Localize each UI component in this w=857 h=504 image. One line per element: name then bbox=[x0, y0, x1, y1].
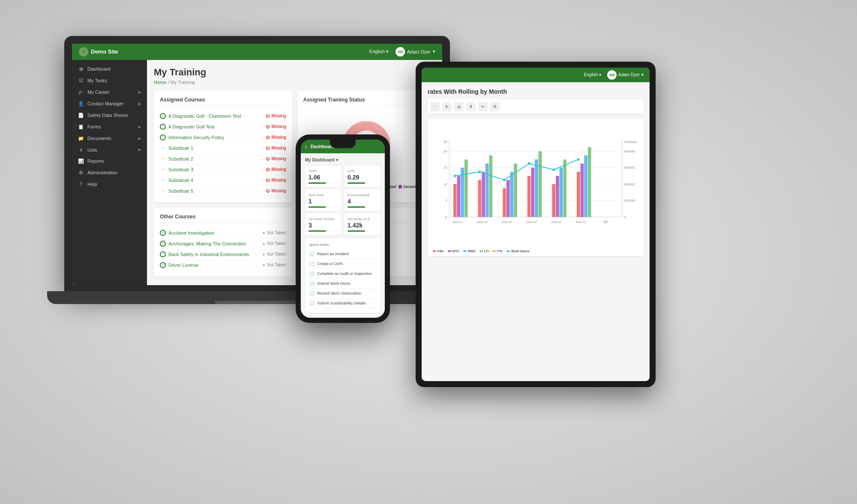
chevron-icon: ▶ bbox=[138, 125, 141, 129]
course-name[interactable]: Information Security Policy bbox=[168, 135, 263, 140]
stat-value: 1 bbox=[309, 198, 338, 205]
documents-icon: 📁 bbox=[78, 136, 84, 141]
sidebar-item-dashboard[interactable]: ⊞ Dashboard bbox=[72, 63, 147, 75]
phone-section-title[interactable]: My Dashboard ▾ bbox=[305, 158, 381, 162]
assigned-courses-title: Assigned Courses bbox=[160, 97, 286, 106]
svg-text:20: 20 bbox=[443, 149, 447, 153]
course-name[interactable]: Substitute 2 bbox=[168, 156, 263, 161]
tablet-toolbar: ↑ ↻ 🖨 ⬇ ✏ ⚙ bbox=[428, 99, 644, 114]
user-menu[interactable]: AD Adam Dyer ▾ bbox=[396, 47, 435, 57]
svg-rect-23 bbox=[457, 176, 461, 217]
course-name[interactable]: Accident Investigation bbox=[168, 230, 260, 236]
course-name[interactable]: Substitute 5 bbox=[168, 188, 263, 194]
refresh-button[interactable]: ↻ bbox=[442, 102, 452, 111]
download-button[interactable]: ⬇ bbox=[466, 102, 476, 111]
svg-text:200000: 200000 bbox=[624, 199, 635, 203]
svg-rect-22 bbox=[453, 184, 457, 217]
breadcrumb: Home / My Training bbox=[154, 80, 435, 85]
quick-link-item[interactable]: 📄 Complete an Audit or Inspection bbox=[309, 269, 376, 279]
assigned-courses-card: Assigned Courses A Diagnostic Golf - Cla… bbox=[154, 91, 292, 203]
sidebar-item-reports[interactable]: 📊 Reports bbox=[72, 155, 147, 167]
quick-link-item[interactable]: 📄 Report an Incident bbox=[309, 249, 376, 259]
stat-bar bbox=[309, 206, 326, 208]
tablet-topbar: English ▾ AD Adam Dyer ▾ bbox=[422, 68, 650, 82]
svg-text:800000: 800000 bbox=[624, 149, 635, 153]
course-name[interactable]: Back Safety in Industrial Environments bbox=[168, 252, 260, 257]
chevron-icon: ▶ bbox=[138, 90, 141, 94]
phone-device: ‹ Dashboard My Dashboard ▾ TRIR 1.06 LTI… bbox=[296, 134, 390, 323]
legend-color bbox=[506, 251, 510, 252]
quick-link-item[interactable]: 📄 Submit Sustainability Details bbox=[309, 298, 376, 308]
sidebar-item-admin[interactable]: ⚙ Administration bbox=[72, 167, 147, 179]
status-badge: Not Taken bbox=[263, 262, 286, 267]
svg-rect-36 bbox=[535, 159, 538, 217]
stat-value: 1.06 bbox=[309, 174, 338, 181]
link-label: Submit Work Hours bbox=[317, 281, 351, 286]
print-button[interactable]: 🖨 bbox=[454, 102, 464, 111]
svg-rect-28 bbox=[485, 164, 489, 217]
sidebar-item-career[interactable]: 🎓 My Career ▶ bbox=[72, 86, 147, 98]
laptop-base bbox=[47, 291, 467, 304]
legend-fac: FAC bbox=[433, 249, 444, 253]
status-badge: Missing bbox=[266, 145, 286, 151]
stat-label: Environmental bbox=[348, 193, 377, 197]
course-name[interactable]: Substitute 1 bbox=[168, 146, 263, 151]
language-selector[interactable]: English ▾ bbox=[369, 49, 389, 54]
course-name[interactable]: Substitute 4 bbox=[168, 178, 263, 183]
export-button[interactable]: ↑ bbox=[430, 102, 440, 111]
stat-ltir: LTIR 0.29 bbox=[344, 166, 381, 187]
tablet-user-menu[interactable]: AD Adam Dyer ▾ bbox=[607, 70, 644, 80]
quick-link-item[interactable]: 📄 Submit Work Hours bbox=[309, 279, 376, 289]
link-label: Report an Incident bbox=[317, 252, 349, 256]
tablet-topbar-right: English ▾ AD Adam Dyer ▾ bbox=[584, 70, 644, 80]
sidebar-label: Documents bbox=[87, 136, 111, 141]
course-item: Back Safety in Industrial Environments N… bbox=[160, 249, 286, 260]
sidebar-item-documents[interactable]: 📁 Documents ▶ bbox=[72, 133, 147, 144]
sidebar-item-forms[interactable]: 📋 Forms ▶ bbox=[72, 121, 147, 133]
svg-text:0: 0 bbox=[445, 215, 447, 219]
quick-link-item[interactable]: 📄 Create a CAPA bbox=[309, 259, 376, 269]
tablet-content: rates With Rolling by Month ↑ ↻ 🖨 ⬇ ✏ ⚙ bbox=[422, 82, 650, 381]
sidebar-item-tasks[interactable]: ☑ My Tasks bbox=[72, 75, 147, 86]
stat-environmental: Environmental 4 bbox=[344, 190, 381, 211]
svg-point-47 bbox=[479, 170, 481, 173]
content-grid: Assigned Courses A Diagnostic Golf - Cla… bbox=[154, 91, 435, 277]
dashboard-icon: ⊞ bbox=[78, 66, 84, 72]
sidebar-item-lists[interactable]: ≡ Lists ▶ bbox=[72, 144, 147, 155]
sidebar-item-contact-manager[interactable]: 👤 Contact Manager ▶ bbox=[72, 98, 147, 110]
edit-button[interactable]: ✏ bbox=[478, 102, 488, 111]
legend-color bbox=[399, 185, 402, 188]
course-item: ··· Substitute 2 Missing bbox=[160, 154, 286, 164]
svg-point-50 bbox=[552, 168, 555, 171]
tablet-language[interactable]: English ▾ bbox=[584, 72, 601, 77]
course-name[interactable]: Substitute 3 bbox=[168, 167, 263, 172]
stat-label: Electricity (GJ) bbox=[348, 217, 377, 221]
sidebar-item-sds[interactable]: 📄 Safety Data Sheets bbox=[72, 110, 147, 121]
course-name[interactable]: Driver License bbox=[168, 262, 260, 268]
course-name[interactable]: A Diagnostic Golf - Classroom Test bbox=[168, 113, 263, 119]
svg-text:2023-07: 2023-07 bbox=[575, 221, 586, 224]
stat-bar bbox=[309, 230, 326, 232]
course-item: Accident Investigation Not Taken bbox=[160, 228, 286, 239]
quick-link-item[interactable]: 📄 Record Work Observation bbox=[309, 289, 376, 298]
status-badge: Missing bbox=[266, 167, 286, 173]
link-icon: 📄 bbox=[309, 291, 315, 296]
course-status-icon bbox=[160, 251, 166, 257]
back-button[interactable]: ‹ bbox=[305, 143, 307, 150]
sidebar-label: Help bbox=[87, 182, 97, 187]
breadcrumb-home[interactable]: Home bbox=[154, 80, 166, 85]
course-status-icon bbox=[160, 113, 166, 119]
status-badge: Missing bbox=[266, 113, 286, 119]
course-name[interactable]: Anchorages: Making The Connection bbox=[168, 241, 260, 246]
site-logo[interactable]: 🌿 Demo Site bbox=[79, 47, 118, 57]
sidebar-item-help[interactable]: ? Help bbox=[72, 179, 147, 190]
svg-text:2022-01: 2022-01 bbox=[452, 221, 463, 224]
career-icon: 🎓 bbox=[78, 89, 84, 95]
chart-legend: FAC MTC RWC LTI bbox=[433, 249, 638, 253]
course-name[interactable]: A Diagnostic Golf Test bbox=[168, 124, 263, 129]
svg-text:2022-07: 2022-07 bbox=[526, 221, 537, 224]
legend-rwc: RWC bbox=[463, 249, 476, 253]
status-badge: Not Taken bbox=[263, 230, 286, 235]
settings-button[interactable]: ⚙ bbox=[490, 102, 500, 111]
sidebar-label: My Tasks bbox=[87, 78, 107, 83]
